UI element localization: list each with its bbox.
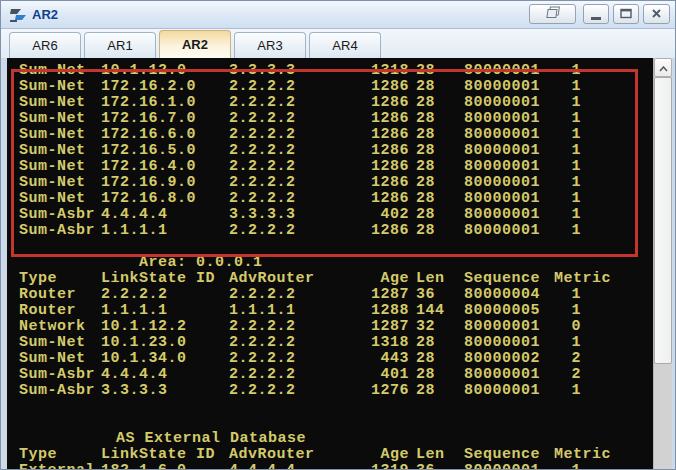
- terminal-line-blank: [7, 239, 653, 255]
- cell: 1: [501, 95, 581, 111]
- cell: Sum-Net: [19, 111, 86, 127]
- tab-ar6[interactable]: AR6: [9, 32, 81, 58]
- tab-ar4[interactable]: AR4: [309, 32, 381, 58]
- cell: 2.2.2.2: [229, 159, 296, 175]
- cell: 172.16.4.0: [101, 159, 196, 175]
- cell: 1.1.1.1: [229, 303, 296, 319]
- cell: Sum-Asbr: [19, 367, 95, 383]
- scrollbar-thumb[interactable]: [654, 77, 672, 364]
- cell: External: [19, 463, 95, 469]
- terminal-line-row: External182.1.6.04.4.4.4131936800000011: [7, 463, 653, 469]
- column-header: Age: [339, 271, 409, 287]
- cell: 1288: [339, 303, 409, 319]
- terminal-line-row: Sum-Net10.1.34.02.2.2.244328800000022: [7, 351, 653, 367]
- cell: Sum-Net: [19, 95, 86, 111]
- cell: 1287: [339, 287, 409, 303]
- tab-ar3[interactable]: AR3: [234, 32, 306, 58]
- cell: 172.16.9.0: [101, 175, 196, 191]
- terminal-line-row: Sum-Net172.16.6.02.2.2.2128628800000011: [7, 127, 653, 143]
- cell: 2: [501, 351, 581, 367]
- cell: 10.1.34.0: [101, 351, 187, 367]
- cell: 1286: [339, 127, 409, 143]
- cell: 1286: [339, 111, 409, 127]
- cell: 2.2.2.2: [229, 143, 296, 159]
- cell: 172.16.8.0: [101, 191, 196, 207]
- cell: 3.3.3.3: [229, 63, 296, 79]
- terminal-line-blank: [7, 415, 653, 431]
- cell: 1.1.1.1: [101, 223, 168, 239]
- column-header: Type: [19, 271, 57, 287]
- cell: 28: [416, 111, 435, 127]
- window-title: AR2: [32, 7, 58, 22]
- cell: 2.2.2.2: [229, 223, 296, 239]
- cell: 1: [501, 303, 581, 319]
- cell: 1318: [339, 335, 409, 351]
- cell: 10.1.12.2: [101, 319, 187, 335]
- vertical-scrollbar: [653, 58, 672, 469]
- terminal-line-row: Network10.1.12.22.2.2.2128732800000010: [7, 319, 653, 335]
- column-header: Len: [416, 447, 445, 463]
- terminal-line-row: Sum-Net172.16.4.02.2.2.2128628800000011: [7, 159, 653, 175]
- cell: 172.16.2.0: [101, 79, 196, 95]
- cell: 1286: [339, 95, 409, 111]
- cell: 1286: [339, 175, 409, 191]
- cell: 28: [416, 79, 435, 95]
- cell: 1: [501, 207, 581, 223]
- minimize-button[interactable]: [583, 4, 609, 24]
- cell: 144: [416, 303, 445, 319]
- terminal-line-header: TypeLinkState IDAdvRouterAgeLenSequenceM…: [7, 271, 653, 287]
- cell: 28: [416, 367, 435, 383]
- ensp-app-icon: [9, 7, 27, 23]
- cell: 401: [339, 367, 409, 383]
- scroll-up-button[interactable]: [654, 58, 672, 77]
- close-icon: [651, 7, 662, 22]
- cell: 2.2.2.2: [101, 287, 168, 303]
- terminal-line-row: Sum-Net172.16.9.02.2.2.2128628800000011: [7, 175, 653, 191]
- cell: 172.16.1.0: [101, 95, 196, 111]
- terminal-line-row: Router1.1.1.11.1.1.11288144800000051: [7, 303, 653, 319]
- close-button[interactable]: [643, 4, 670, 24]
- cell: 182.1.6.0: [101, 463, 187, 469]
- maximize-button[interactable]: [613, 4, 639, 24]
- cell: 1: [501, 463, 581, 469]
- cell: 443: [339, 351, 409, 367]
- cell: 28: [416, 351, 435, 367]
- cell: 10.1.12.0: [101, 63, 187, 79]
- cell: 1.1.1.1: [101, 303, 168, 319]
- cell: 36: [416, 463, 435, 469]
- column-header: LinkState ID: [101, 447, 215, 463]
- column-header: Age: [339, 447, 409, 463]
- column-header: Len: [416, 271, 445, 287]
- terminal-line-text: Area: 0.0.0.1: [7, 255, 653, 271]
- cell: 1: [501, 111, 581, 127]
- cell: 2.2.2.2: [229, 127, 296, 143]
- cell: 28: [416, 143, 435, 159]
- tab-ar1[interactable]: AR1: [84, 32, 156, 58]
- cell: 1287: [339, 319, 409, 335]
- cell: 3.3.3.3: [229, 207, 296, 223]
- cell: 0: [501, 319, 581, 335]
- cell: 1276: [339, 383, 409, 399]
- cell: Sum-Net: [19, 63, 86, 79]
- column-header: Sequence: [464, 447, 540, 463]
- terminal-line-row: Sum-Net172.16.1.02.2.2.2128628800000011: [7, 95, 653, 111]
- column-header: LinkState ID: [101, 271, 215, 287]
- popout-window-button[interactable]: [529, 4, 576, 24]
- cell: Sum-Net: [19, 351, 86, 367]
- chevron-up-icon: [659, 60, 668, 75]
- cell: 2.2.2.2: [229, 367, 296, 383]
- tab-ar2[interactable]: AR2: [159, 30, 231, 58]
- cell: 1286: [339, 223, 409, 239]
- cell: 28: [416, 207, 435, 223]
- cell: 1: [501, 335, 581, 351]
- cell: 2.2.2.2: [229, 351, 296, 367]
- terminal-output[interactable]: Sum-Net10.1.12.03.3.3.3131828800000011Su…: [7, 58, 653, 469]
- cell: 1: [501, 63, 581, 79]
- terminal-line-row: Sum-Asbr3.3.3.32.2.2.2127628800000011: [7, 383, 653, 399]
- scrollbar-track[interactable]: [654, 364, 672, 469]
- cell: 28: [416, 127, 435, 143]
- cell: 1: [501, 79, 581, 95]
- column-header: Metric: [554, 447, 611, 463]
- cell: 172.16.7.0: [101, 111, 196, 127]
- terminal-line-row: Sum-Asbr1.1.1.12.2.2.2128628800000011: [7, 223, 653, 239]
